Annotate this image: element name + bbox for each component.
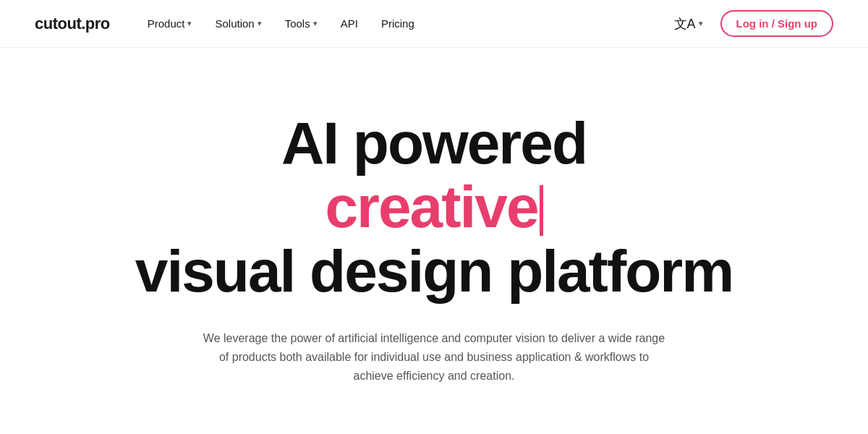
hero-section: AI powered creative visual design platfo…: [0, 48, 868, 434]
hero-title: AI powered creative visual design platfo…: [135, 111, 733, 304]
chevron-down-icon: ▾: [699, 19, 703, 28]
cursor-bar: [540, 185, 543, 236]
nav-links: Product ▾ Solution ▾ Tools ▾ API Pricing: [139, 12, 423, 35]
chevron-down-icon: ▾: [313, 19, 318, 28]
hero-title-line3: visual design platform: [135, 239, 733, 304]
hero-title-line2: creative: [135, 175, 733, 239]
hero-title-line1: AI powered: [281, 110, 587, 176]
hero-creative-word: creative: [325, 174, 542, 239]
nav-item-api[interactable]: API: [332, 12, 367, 35]
nav-item-pricing[interactable]: Pricing: [373, 12, 423, 35]
nav-item-solution[interactable]: Solution ▾: [206, 12, 270, 35]
navbar: cutout.pro Product ▾ Solution ▾ Tools ▾ …: [0, 0, 868, 48]
navbar-right: 文A ▾ Log in / Sign up: [668, 10, 834, 37]
translate-icon: 文A: [674, 15, 696, 33]
hero-subtitle: We leverage the power of artificial inte…: [203, 329, 665, 385]
nav-item-product[interactable]: Product ▾: [139, 12, 201, 35]
nav-item-tools[interactable]: Tools ▾: [276, 12, 326, 35]
logo[interactable]: cutout.pro: [35, 14, 110, 33]
chevron-down-icon: ▾: [258, 19, 262, 28]
language-selector[interactable]: 文A ▾: [668, 11, 709, 37]
chevron-down-icon: ▾: [187, 19, 192, 28]
navbar-left: cutout.pro Product ▾ Solution ▾ Tools ▾ …: [35, 12, 423, 35]
login-signup-button[interactable]: Log in / Sign up: [720, 10, 833, 37]
